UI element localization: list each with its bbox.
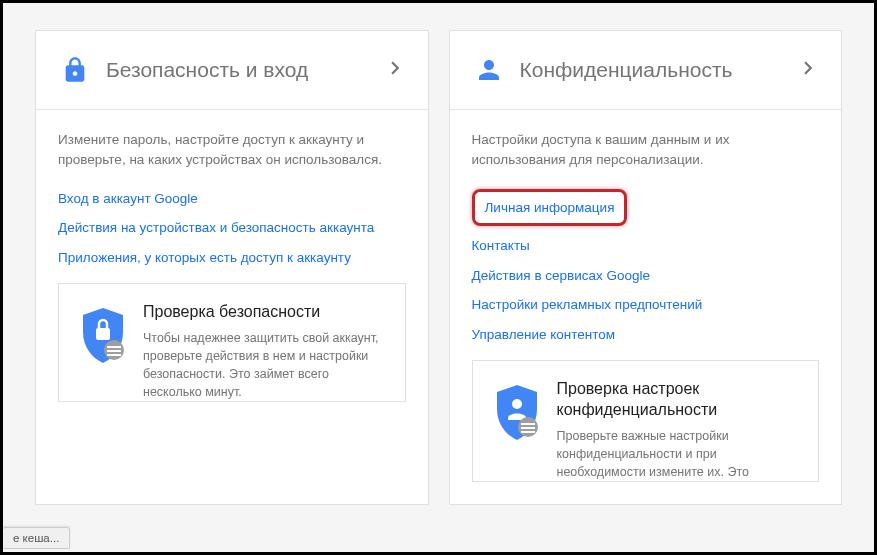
cards-container: Безопасность и вход Измените пароль, нас…: [0, 0, 877, 535]
security-check-desc: Чтобы надежнее защитить свой аккаунт, пр…: [143, 329, 387, 402]
privacy-card: Конфиденциальность Настройки доступа к в…: [449, 30, 843, 505]
link-apps-access[interactable]: Приложения, у которых есть доступ к акка…: [58, 248, 406, 268]
privacy-links: Личная информация Контакты Действия в се…: [472, 189, 820, 345]
link-ad-settings[interactable]: Настройки рекламных предпочтений: [472, 295, 820, 315]
security-card-body: Измените пароль, настройте доступ к акка…: [36, 110, 428, 283]
security-links: Вход в аккаунт Google Действия на устрой…: [58, 189, 406, 268]
security-card-header[interactable]: Безопасность и вход: [36, 31, 428, 110]
privacy-card-title: Конфиденциальность: [520, 58, 796, 82]
privacy-card-header[interactable]: Конфиденциальность: [450, 31, 842, 110]
privacy-check-card[interactable]: Проверка настроек конфиденциальности Про…: [472, 360, 820, 482]
svg-rect-8: [521, 427, 535, 429]
privacy-check-desc: Проверьте важные настройки конфиденциаль…: [557, 427, 801, 481]
link-device-activity[interactable]: Действия на устройствах и безопасность а…: [58, 218, 406, 238]
status-tab: е кеша...: [2, 527, 70, 549]
chevron-right-icon: [382, 55, 408, 85]
privacy-card-body: Настройки доступа к вашим данным и их ис…: [450, 110, 842, 360]
privacy-desc: Настройки доступа к вашим данным и их ис…: [472, 130, 820, 171]
privacy-check-title: Проверка настроек конфиденциальности: [557, 379, 801, 421]
security-card-title: Безопасность и вход: [106, 58, 382, 82]
link-contacts[interactable]: Контакты: [472, 236, 820, 256]
link-personal-info[interactable]: Личная информация: [472, 189, 628, 227]
svg-rect-9: [521, 431, 535, 433]
privacy-check-content: Проверка настроек конфиденциальности Про…: [557, 379, 801, 481]
link-content-mgmt[interactable]: Управление контентом: [472, 325, 820, 345]
security-check-content: Проверка безопасности Чтобы надежнее защ…: [143, 302, 387, 401]
lock-icon: [58, 53, 92, 87]
security-check-card[interactable]: Проверка безопасности Чтобы надежнее защ…: [58, 283, 406, 402]
shield-person-icon: [491, 379, 543, 481]
svg-rect-3: [107, 350, 121, 352]
svg-point-5: [512, 399, 522, 409]
shield-lock-icon: [77, 302, 129, 401]
security-desc: Измените пароль, настройте доступ к акка…: [58, 130, 406, 171]
link-google-signin[interactable]: Вход в аккаунт Google: [58, 189, 406, 209]
svg-rect-4: [107, 354, 121, 356]
chevron-right-icon: [795, 55, 821, 85]
svg-rect-7: [521, 423, 535, 425]
security-card: Безопасность и вход Измените пароль, нас…: [35, 30, 429, 505]
link-google-activity[interactable]: Действия в сервисах Google: [472, 266, 820, 286]
svg-rect-2: [107, 346, 121, 348]
svg-rect-0: [96, 328, 110, 340]
person-icon: [472, 53, 506, 87]
security-check-title: Проверка безопасности: [143, 302, 387, 323]
